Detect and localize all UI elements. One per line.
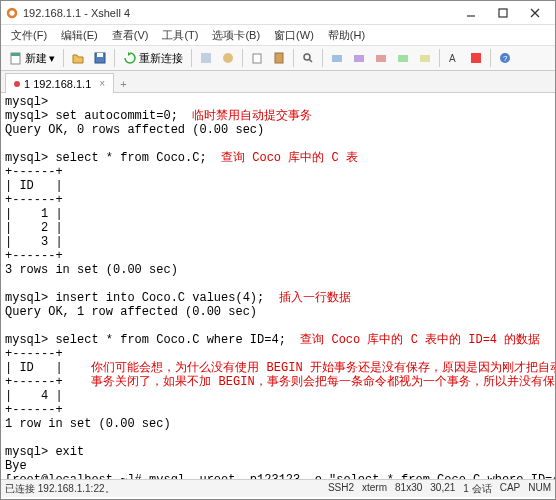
term-line: +------+ <box>5 193 63 207</box>
separator <box>322 49 323 67</box>
svg-rect-12 <box>253 54 261 63</box>
paste-button[interactable] <box>269 48 289 68</box>
menu-tab[interactable]: 选项卡(B) <box>206 26 266 45</box>
svg-point-1 <box>9 10 14 15</box>
status-size: 81x30 <box>395 482 422 496</box>
menu-tools[interactable]: 工具(T) <box>156 26 204 45</box>
separator <box>191 49 192 67</box>
tool-button-7[interactable] <box>415 48 435 68</box>
term-line: +------+ <box>5 375 91 389</box>
tool-button-1[interactable] <box>196 48 216 68</box>
term-line: | 4 | <box>5 389 63 403</box>
term-line: | 2 | <box>5 221 63 235</box>
window-controls <box>455 3 551 23</box>
annotation: 插入一行数据 <box>279 291 351 305</box>
term-line: +------+ <box>5 165 63 179</box>
copy-button[interactable] <box>247 48 267 68</box>
tool-button-6[interactable] <box>393 48 413 68</box>
term-line: +------+ <box>5 403 63 417</box>
svg-line-15 <box>309 59 312 62</box>
status-session: 1 会话 <box>463 482 491 496</box>
status-connection: 已连接 192.168.1.1:22。 <box>5 482 328 496</box>
status-ssh: SSH2 <box>328 482 354 496</box>
term-line: +------+ <box>5 249 63 263</box>
term-line: +------+ <box>5 347 63 361</box>
help-button[interactable]: ? <box>495 48 515 68</box>
svg-rect-13 <box>275 53 283 63</box>
svg-rect-17 <box>354 55 364 62</box>
menubar: 文件(F) 编辑(E) 查看(V) 工具(T) 选项卡(B) 窗口(W) 帮助(… <box>1 25 555 45</box>
menu-edit[interactable]: 编辑(E) <box>55 26 104 45</box>
menu-view[interactable]: 查看(V) <box>106 26 155 45</box>
menu-window[interactable]: 窗口(W) <box>268 26 320 45</box>
tab-status-icon <box>14 81 20 87</box>
new-button[interactable]: 新建 ▾ <box>5 48 59 68</box>
titlebar: 192.168.1.1 - Xshell 4 <box>1 1 555 25</box>
close-button[interactable] <box>519 3 551 23</box>
separator <box>114 49 115 67</box>
separator <box>242 49 243 67</box>
status-num: NUM <box>528 482 551 496</box>
tool-button-4[interactable] <box>349 48 369 68</box>
annotation: 查询 Coco 库中的 C 表中的 ID=4 的数据 <box>300 333 540 347</box>
tabbar: 1 192.168.1.1 × + <box>1 71 555 93</box>
status-cursor: 30,21 <box>430 482 455 496</box>
toolbar: 新建 ▾ 重新连接 A ? <box>1 45 555 71</box>
terminal[interactable]: mysql> mysql> set autocommit=0; 临时禁用自动提交… <box>1 93 555 479</box>
term-line: Bye <box>5 459 27 473</box>
annotation: 事务关闭了，如果不加 BEGIN，事务则会把每一条命令都视为一个事务，所以并没有… <box>91 375 555 389</box>
new-label: 新建 <box>25 51 47 66</box>
color-button[interactable] <box>466 48 486 68</box>
tab-close-icon[interactable]: × <box>99 78 105 89</box>
term-line: | 1 | <box>5 207 63 221</box>
reconnect-button[interactable]: 重新连接 <box>119 48 187 68</box>
app-icon <box>5 6 19 20</box>
svg-rect-22 <box>471 53 481 63</box>
find-button[interactable] <box>298 48 318 68</box>
reconnect-label: 重新连接 <box>139 51 183 66</box>
term-line: | 3 | <box>5 235 63 249</box>
term-line: mysql> insert into Coco.C values(4); <box>5 291 279 305</box>
term-line: mysql> select * from Coco.C where ID=4; <box>5 333 300 347</box>
session-tab[interactable]: 1 192.168.1.1 × <box>5 73 114 93</box>
svg-rect-16 <box>332 55 342 62</box>
svg-rect-18 <box>376 55 386 62</box>
term-line: mysql> exit <box>5 445 84 459</box>
term-line: Query OK, 0 rows affected (0.00 sec) <box>5 123 264 137</box>
minimize-button[interactable] <box>455 3 487 23</box>
svg-text:A: A <box>449 53 456 64</box>
term-line: Query OK, 1 row affected (0.00 sec) <box>5 305 257 319</box>
separator <box>63 49 64 67</box>
status-term: xterm <box>362 482 387 496</box>
new-tab-button[interactable]: + <box>114 76 132 92</box>
menu-help[interactable]: 帮助(H) <box>322 26 371 45</box>
svg-rect-19 <box>398 55 408 62</box>
svg-rect-9 <box>97 53 103 57</box>
separator <box>293 49 294 67</box>
separator <box>439 49 440 67</box>
term-line: 1 row in set (0.00 sec) <box>5 417 171 431</box>
svg-rect-7 <box>11 53 20 56</box>
tool-button-3[interactable] <box>327 48 347 68</box>
font-button[interactable]: A <box>444 48 464 68</box>
annotation: 你们可能会想，为什么没有使用 BEGIN 开始事务还是没有保存，原因是因为刚才把… <box>91 361 555 375</box>
window-title: 192.168.1.1 - Xshell 4 <box>23 7 455 19</box>
annotation: 查询 Coco 库中的 C 表 <box>221 151 358 165</box>
svg-rect-10 <box>201 53 211 63</box>
statusbar: 已连接 192.168.1.1:22。 SSH2 xterm 81x30 30,… <box>1 479 555 497</box>
save-button[interactable] <box>90 48 110 68</box>
svg-rect-20 <box>420 55 430 62</box>
menu-file[interactable]: 文件(F) <box>5 26 53 45</box>
maximize-button[interactable] <box>487 3 519 23</box>
term-line: [root@localhost ~]# mysql -uroot -p12312… <box>5 473 555 479</box>
term-line: | ID | <box>5 179 63 193</box>
svg-rect-3 <box>499 9 507 17</box>
term-line: mysql> set autocommit=0; <box>5 109 192 123</box>
term-line: mysql> select * from Coco.C; <box>5 151 221 165</box>
tool-button-5[interactable] <box>371 48 391 68</box>
tool-button-2[interactable] <box>218 48 238 68</box>
open-button[interactable] <box>68 48 88 68</box>
tab-label: 1 192.168.1.1 <box>24 78 91 90</box>
status-caps: CAP <box>500 482 521 496</box>
dropdown-icon: ▾ <box>49 52 55 65</box>
